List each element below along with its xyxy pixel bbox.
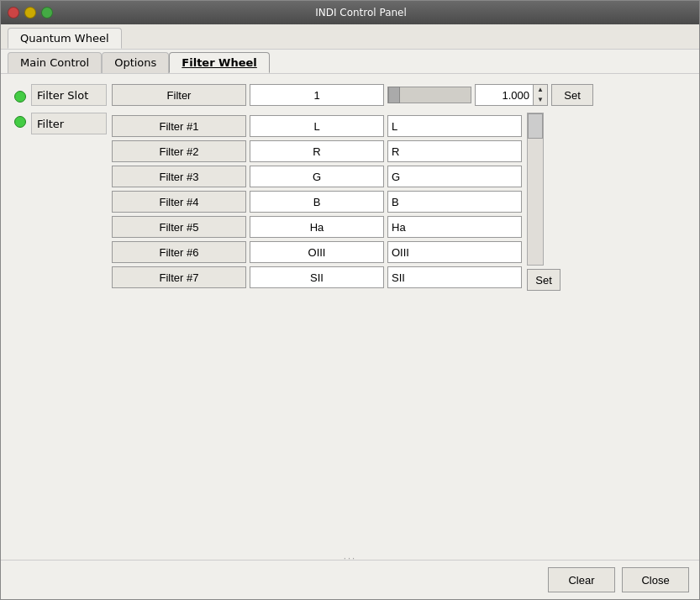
filter-3-value xyxy=(250,166,384,187)
window-title: INDI Control Panel xyxy=(58,7,664,18)
spin-up-button[interactable]: ▲ xyxy=(534,85,547,95)
clear-button[interactable]: Clear xyxy=(548,567,615,592)
filter-scrollbar[interactable] xyxy=(527,113,544,266)
scrollbar-thumb[interactable] xyxy=(528,113,543,139)
filter-7-edit[interactable] xyxy=(387,266,522,288)
filter-2-edit[interactable] xyxy=(387,140,522,162)
device-tab-bar: Quantum Wheel xyxy=(1,24,699,50)
filter-row-6: Filter #6 xyxy=(112,241,522,263)
spin-wrapper: ▲ ▼ xyxy=(475,84,548,106)
close-button[interactable] xyxy=(8,7,19,18)
filter-6-edit[interactable] xyxy=(387,241,522,263)
filter-slot-rows: Filter ▲ ▼ Set xyxy=(112,84,686,106)
filter-row-2: Filter #2 xyxy=(112,140,522,162)
filter-slot-section: Filter Slot Filter ▲ ▼ Set xyxy=(14,84,686,106)
tab-options[interactable]: Options xyxy=(102,52,169,73)
spin-arrows: ▲ ▼ xyxy=(534,84,548,106)
filter-1-edit[interactable] xyxy=(387,115,522,137)
slider-container xyxy=(387,87,471,103)
filter-3-button[interactable]: Filter #3 xyxy=(112,166,246,187)
filter-1-button[interactable]: Filter #1 xyxy=(112,115,246,137)
panel-tab-bar: Main Control Options Filter Wheel xyxy=(1,50,699,74)
maximize-button[interactable] xyxy=(41,7,53,18)
filter-slot-set-button[interactable]: Set xyxy=(551,84,593,106)
device-tab-quantum-wheel[interactable]: Quantum Wheel xyxy=(8,28,122,49)
filter-3-edit[interactable] xyxy=(387,166,522,187)
filter-slot-indicator xyxy=(14,91,26,103)
filter-6-button[interactable]: Filter #6 xyxy=(112,241,246,263)
filter-label: Filter xyxy=(31,113,107,134)
filter-row-7: Filter #7 xyxy=(112,266,522,288)
filter-7-value xyxy=(250,266,384,288)
filter-section: Filter Filter #1 Filter #2 xyxy=(14,113,686,291)
filter-indicator xyxy=(14,116,26,128)
filter-7-button[interactable]: Filter #7 xyxy=(112,266,246,288)
filter-6-value xyxy=(250,241,384,263)
window: INDI Control Panel Quantum Wheel Main Co… xyxy=(0,0,700,600)
filter-set-button[interactable]: Set xyxy=(527,269,561,291)
filter-slot-row: Filter ▲ ▼ Set xyxy=(112,84,686,106)
filter-slot-slider[interactable] xyxy=(387,87,471,103)
content-area: Filter Slot Filter ▲ ▼ Set xyxy=(1,74,699,556)
filter-side-panel: Set xyxy=(527,113,561,291)
filter-rows-with-set: Filter #1 Filter #2 Filter #3 xyxy=(112,113,561,291)
filter-slot-spin[interactable] xyxy=(475,84,534,106)
filter-1-value xyxy=(250,115,384,137)
bottom-bar: Clear Close xyxy=(1,560,699,599)
filter-2-button[interactable]: Filter #2 xyxy=(112,140,246,162)
filter-4-edit[interactable] xyxy=(387,191,522,213)
filter-4-button[interactable]: Filter #4 xyxy=(112,191,246,213)
filter-slot-label: Filter Slot xyxy=(31,84,107,106)
filter-5-button[interactable]: Filter #5 xyxy=(112,216,246,238)
tab-main-control[interactable]: Main Control xyxy=(8,52,102,73)
minimize-button[interactable] xyxy=(24,7,36,18)
filter-5-value xyxy=(250,216,384,238)
filter-row-4: Filter #4 xyxy=(112,191,522,213)
filter-5-edit[interactable] xyxy=(387,216,522,238)
filter-row-1: Filter #1 xyxy=(112,115,522,137)
filter-slot-value[interactable] xyxy=(250,84,384,106)
filter-row-3: Filter #3 xyxy=(112,166,522,187)
filter-rows-col: Filter #1 Filter #2 Filter #3 xyxy=(112,115,522,288)
filter-2-value xyxy=(250,140,384,162)
filter-4-value xyxy=(250,191,384,213)
close-button-bottom[interactable]: Close xyxy=(622,567,689,592)
spin-down-button[interactable]: ▼ xyxy=(534,95,547,105)
filter-row-5: Filter #5 xyxy=(112,216,522,238)
titlebar: INDI Control Panel xyxy=(1,1,699,24)
filter-slot-button[interactable]: Filter xyxy=(112,84,246,106)
tab-filter-wheel[interactable]: Filter Wheel xyxy=(169,52,269,73)
